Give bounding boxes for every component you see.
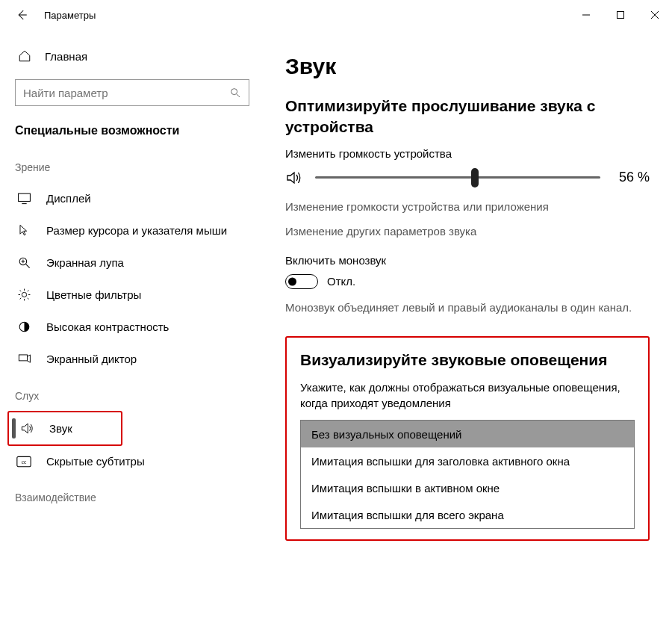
svg-rect-7 xyxy=(18,193,30,201)
sidebar-home-label: Главная xyxy=(45,50,87,63)
svg-line-20 xyxy=(19,298,21,300)
sidebar-item-label: Цветные фильтры xyxy=(46,288,141,301)
mono-label: Включить монозвук xyxy=(285,254,650,267)
volume-slider[interactable] xyxy=(315,170,600,185)
sidebar-home[interactable]: Главная xyxy=(0,42,264,70)
sidebar-item-label: Скрытые субтитры xyxy=(46,455,145,468)
volume-slider-thumb[interactable] xyxy=(471,168,479,187)
sidebar-item-label: Экранная лупа xyxy=(46,256,124,269)
svg-line-10 xyxy=(25,264,29,268)
search-box[interactable] xyxy=(15,79,249,106)
svg-line-18 xyxy=(19,291,21,292)
svg-line-21 xyxy=(27,291,28,292)
arrow-left-icon xyxy=(15,8,28,22)
dropdown-option[interactable]: Без визуальных оповещений xyxy=(301,421,634,447)
sidebar-item-cursor[interactable]: Размер курсора и указателя мыши xyxy=(0,214,264,247)
sidebar-item-display[interactable]: Дисплей xyxy=(0,182,264,214)
sidebar-item-magnifier[interactable]: Экранная лупа xyxy=(0,247,264,279)
sidebar-category: Специальные возможности xyxy=(0,120,264,146)
link-change-app-volume[interactable]: Изменение громкости устройства или прило… xyxy=(285,200,650,213)
visualize-alerts-panel: Визуализируйте звуковые оповещения Укажи… xyxy=(285,336,650,541)
section-hearing: Слух xyxy=(0,375,264,411)
volume-label: Изменить громкость устройства xyxy=(285,147,650,160)
narrator-icon xyxy=(16,352,31,366)
volume-row: 56 % xyxy=(285,169,650,187)
minimize-icon xyxy=(582,10,591,19)
section-vision: Зрение xyxy=(0,146,264,182)
home-icon xyxy=(18,49,31,63)
mono-description: Монозвук объединяет левый и правый аудио… xyxy=(285,300,650,315)
minimize-button[interactable] xyxy=(569,0,603,30)
close-icon xyxy=(650,10,659,19)
volume-percent: 56 % xyxy=(612,170,650,185)
captions-icon: cc xyxy=(16,456,31,468)
sidebar-item-captions[interactable]: cc Скрытые субтитры xyxy=(0,446,264,477)
svg-line-6 xyxy=(237,94,240,97)
speaker-volume-icon xyxy=(285,169,303,187)
sidebar-item-label: Дисплей xyxy=(46,192,91,205)
svg-point-13 xyxy=(22,292,26,297)
sidebar-item-label: Экранный диктор xyxy=(46,353,137,365)
titlebar: Параметры xyxy=(0,0,672,30)
svg-line-19 xyxy=(27,298,28,300)
brightness-icon xyxy=(16,288,31,302)
page-title: Звук xyxy=(285,54,650,79)
main-content: Звук Оптимизируйте прослушивание звука с… xyxy=(264,30,672,623)
sidebar-item-label: Высокая контрастность xyxy=(46,320,169,333)
close-button[interactable] xyxy=(638,0,672,30)
mono-toggle-state: Откл. xyxy=(327,275,355,288)
sidebar-item-high-contrast[interactable]: Высокая контрастность xyxy=(0,311,264,343)
search-icon xyxy=(229,87,241,99)
sidebar-item-label: Звук xyxy=(49,422,72,435)
window-title: Параметры xyxy=(44,10,96,21)
visualize-hint: Укажите, как должны отображаться визуаль… xyxy=(300,379,635,411)
magnifier-icon xyxy=(16,255,31,270)
section-interaction: Взаимодействие xyxy=(0,477,264,512)
search-input[interactable] xyxy=(23,87,229,99)
display-icon xyxy=(16,191,31,205)
maximize-button[interactable] xyxy=(603,0,638,30)
toggle-knob xyxy=(288,277,296,285)
dropdown-option[interactable]: Имитация вспышки для заголовка активного… xyxy=(301,447,634,474)
sidebar-item-sound-highlight: Звук xyxy=(7,411,122,446)
contrast-icon xyxy=(16,320,31,334)
svg-point-5 xyxy=(231,89,237,95)
visualize-dropdown[interactable]: Без визуальных оповещений Имитация вспыш… xyxy=(300,420,635,529)
sidebar-item-narrator[interactable]: Экранный диктор xyxy=(0,343,264,375)
mono-toggle[interactable] xyxy=(285,274,318,289)
visualize-heading: Визуализируйте звуковые оповещения xyxy=(300,351,635,369)
svg-rect-23 xyxy=(19,355,27,361)
cursor-icon xyxy=(16,223,31,238)
sidebar-item-label: Размер курсора и указателя мыши xyxy=(46,224,227,237)
sidebar-item-sound[interactable]: Звук xyxy=(9,412,121,444)
dropdown-option[interactable]: Имитация вспышки в активном окне xyxy=(301,474,634,501)
svg-rect-2 xyxy=(617,12,624,19)
optimize-heading: Оптимизируйте прослушивание звука с устр… xyxy=(285,96,650,138)
speaker-icon xyxy=(19,421,34,436)
sidebar: Главная Специальные возможности Зрение Д… xyxy=(0,30,264,623)
dropdown-option[interactable]: Имитация вспышки для всего экрана xyxy=(301,501,634,528)
maximize-icon xyxy=(616,10,625,19)
link-other-sound-settings[interactable]: Изменение других параметров звука xyxy=(285,225,650,238)
sidebar-item-color-filters[interactable]: Цветные фильтры xyxy=(0,279,264,311)
back-button[interactable] xyxy=(11,4,32,25)
svg-text:cc: cc xyxy=(22,459,27,465)
